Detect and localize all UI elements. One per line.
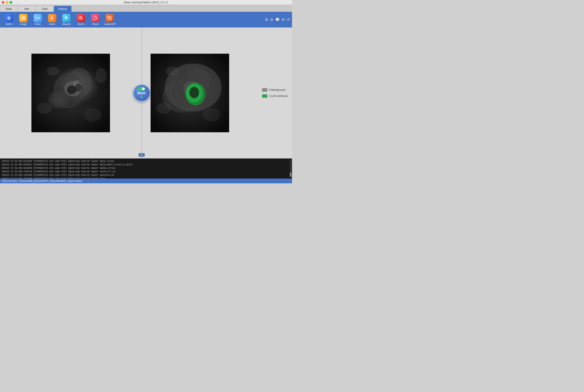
console-line-3: I0315 17:31:00.720742 2754683712 net.cpp…	[2, 170, 290, 173]
setdir-button[interactable]: SetDir	[2, 13, 16, 26]
console-line-4: I0315 17:31:00.720780 2754683712 net.cpp…	[2, 173, 290, 177]
title-bar: Deep Learning Platform (DLP)_V1.1.1	[0, 0, 292, 5]
toolbar-right-icons: ⚙ ⊘ 💬 ✉ ↺	[265, 17, 290, 22]
console-line-5: I0315 17:31:00.720788 2754683712 net.cpp…	[2, 177, 290, 178]
info-icon[interactable]: ⊘	[270, 17, 273, 22]
settings-icon[interactable]: ⚙	[265, 17, 268, 22]
maximize-button[interactable]	[9, 1, 12, 4]
audio-label: Audio	[49, 23, 55, 25]
right-mri-container	[151, 54, 229, 132]
svg-rect-9	[35, 17, 39, 20]
video-label: Video	[35, 23, 41, 25]
legend-label-background: 0-Background	[269, 88, 285, 92]
setdir-icon	[5, 14, 13, 22]
svg-point-46	[156, 103, 171, 114]
chat-icon[interactable]: 💬	[275, 17, 280, 22]
magnify-label: Magnify	[62, 23, 71, 25]
scroll-handle[interactable]: ▼	[139, 153, 145, 157]
svg-rect-11	[51, 16, 53, 18]
refresh-icon[interactable]: ↺	[287, 17, 290, 22]
scroll-arrow-icon: ▼	[140, 154, 143, 156]
setdir-label: SetDir	[6, 23, 12, 25]
tab-bar: Data Net Train Deploy	[0, 5, 292, 12]
legend-item-ventricle: 1-Left ventricule	[262, 94, 288, 98]
legendoff-label: LegendOff	[104, 23, 115, 25]
console-area: I0315 17:31:00.512362 2754683712 net.cpp…	[0, 158, 292, 178]
legend-item-background: 0-Background	[262, 88, 288, 92]
legend-swatch-background	[262, 88, 267, 92]
left-panel	[0, 28, 142, 158]
main-content: Model ⚙ ▼	[0, 28, 292, 158]
video-icon	[33, 14, 42, 22]
status-text: Work directory: /Volumes/My_Element/DLP_…	[2, 180, 82, 182]
tab-deploy[interactable]: Deploy	[54, 6, 71, 12]
svg-point-35	[96, 68, 107, 83]
legend: 0-Background 1-Left ventricule	[262, 88, 288, 98]
svg-point-44	[166, 67, 179, 76]
shrink-icon	[77, 14, 85, 22]
video-button[interactable]: Video	[31, 13, 44, 26]
svg-point-33	[84, 108, 101, 121]
audio-button[interactable]: Audio	[45, 13, 59, 26]
model-gear-icon: ⚙	[140, 96, 143, 99]
tab-train[interactable]: Train	[36, 6, 53, 12]
legend-label-ventricle: 1-Left ventricule	[269, 94, 288, 98]
audio-icon	[48, 14, 56, 22]
right-mri-image	[151, 54, 229, 132]
window-controls	[2, 1, 12, 4]
status-bar: Work directory: /Volumes/My_Element/DLP_…	[0, 178, 292, 183]
svg-point-34	[37, 103, 52, 114]
console-scrollbar[interactable]	[290, 159, 292, 178]
model-area: Model ⚙	[133, 84, 150, 102]
tab-data[interactable]: Data	[0, 6, 17, 12]
left-mri-container	[31, 54, 110, 132]
magnify-button[interactable]: Magnify	[60, 13, 73, 26]
svg-point-32	[47, 67, 60, 76]
svg-point-37	[75, 84, 82, 92]
model-button[interactable]: Model ⚙	[133, 84, 150, 102]
console-line-0: I0315 17:31:00.512362 2754683712 net.cpp…	[2, 159, 290, 163]
right-panel: 0-Background 1-Left ventricule	[142, 28, 292, 158]
svg-point-49	[189, 87, 199, 98]
window-title: Deep Learning Platform (DLP)_V1.1.1	[124, 1, 168, 4]
shrink-label: Shrink	[77, 23, 84, 25]
image-icon	[19, 14, 27, 22]
magnify-icon	[62, 14, 71, 22]
toolbar: SetDir Image Video	[0, 12, 292, 28]
image-label: Image	[20, 23, 27, 25]
close-button[interactable]	[2, 1, 4, 4]
minimize-button[interactable]	[6, 1, 8, 4]
svg-line-19	[81, 18, 83, 20]
svg-point-45	[203, 108, 220, 121]
shrink-button[interactable]: Shrink	[74, 13, 88, 26]
svg-point-0	[8, 17, 10, 19]
reset-label: Reset	[92, 23, 99, 25]
legend-swatch-ventricle	[262, 94, 267, 98]
legendoff-icon	[106, 14, 114, 22]
reset-button[interactable]: Reset	[89, 13, 102, 26]
left-mri-image	[31, 54, 110, 132]
tab-net[interactable]: Net	[18, 6, 35, 12]
image-button[interactable]: Image	[16, 13, 30, 26]
model-toggle[interactable]	[138, 87, 145, 90]
reset-icon	[91, 14, 99, 22]
model-label: Model	[137, 92, 146, 95]
svg-line-15	[67, 18, 68, 20]
mail-icon[interactable]: ✉	[282, 17, 285, 22]
console-scrollbar-thumb[interactable]	[290, 172, 292, 177]
legendoff-button[interactable]: LegendOff	[103, 13, 116, 26]
console-line-2: I0315 17:31:00.513025 2754683712 net.cpp…	[2, 166, 290, 170]
console-line-1: I0315 17:31:00.513017 2754683712 net.cpp…	[2, 163, 290, 166]
